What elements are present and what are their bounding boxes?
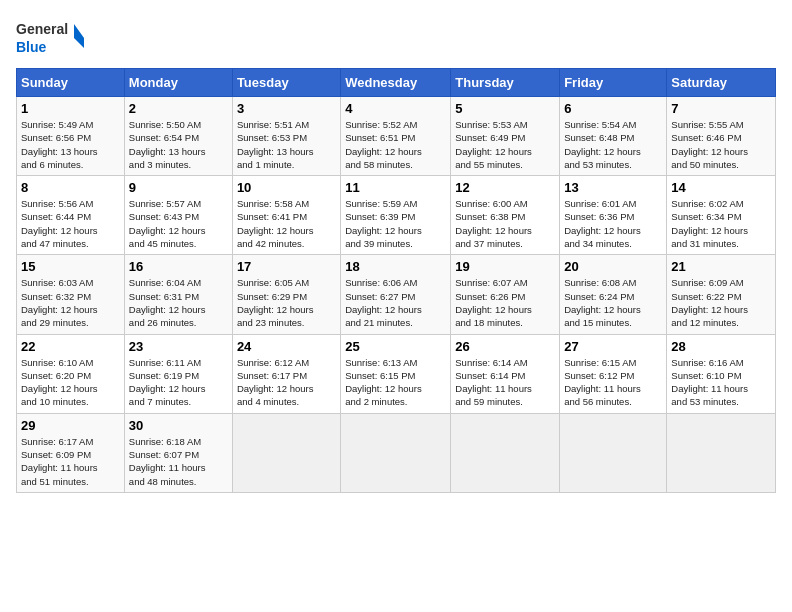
day-info: Sunrise: 6:17 AM Sunset: 6:09 PM Dayligh… [21, 435, 120, 488]
day-cell: 2Sunrise: 5:50 AM Sunset: 6:54 PM Daylig… [124, 97, 232, 176]
day-info: Sunrise: 5:49 AM Sunset: 6:56 PM Dayligh… [21, 118, 120, 171]
day-info: Sunrise: 6:13 AM Sunset: 6:15 PM Dayligh… [345, 356, 446, 409]
day-cell: 21Sunrise: 6:09 AM Sunset: 6:22 PM Dayli… [667, 255, 776, 334]
day-number: 17 [237, 259, 336, 274]
col-header-tuesday: Tuesday [232, 69, 340, 97]
day-cell: 13Sunrise: 6:01 AM Sunset: 6:36 PM Dayli… [560, 176, 667, 255]
day-number: 18 [345, 259, 446, 274]
day-cell: 8Sunrise: 5:56 AM Sunset: 6:44 PM Daylig… [17, 176, 125, 255]
day-cell: 25Sunrise: 6:13 AM Sunset: 6:15 PM Dayli… [341, 334, 451, 413]
day-info: Sunrise: 5:53 AM Sunset: 6:49 PM Dayligh… [455, 118, 555, 171]
day-number: 28 [671, 339, 771, 354]
day-cell: 9Sunrise: 5:57 AM Sunset: 6:43 PM Daylig… [124, 176, 232, 255]
day-number: 27 [564, 339, 662, 354]
day-cell: 14Sunrise: 6:02 AM Sunset: 6:34 PM Dayli… [667, 176, 776, 255]
day-cell: 6Sunrise: 5:54 AM Sunset: 6:48 PM Daylig… [560, 97, 667, 176]
logo: GeneralBlue [16, 16, 86, 58]
day-number: 12 [455, 180, 555, 195]
day-number: 16 [129, 259, 228, 274]
day-cell: 11Sunrise: 5:59 AM Sunset: 6:39 PM Dayli… [341, 176, 451, 255]
day-info: Sunrise: 6:18 AM Sunset: 6:07 PM Dayligh… [129, 435, 228, 488]
day-info: Sunrise: 6:10 AM Sunset: 6:20 PM Dayligh… [21, 356, 120, 409]
day-cell: 20Sunrise: 6:08 AM Sunset: 6:24 PM Dayli… [560, 255, 667, 334]
calendar-header-row: SundayMondayTuesdayWednesdayThursdayFrid… [17, 69, 776, 97]
day-cell: 5Sunrise: 5:53 AM Sunset: 6:49 PM Daylig… [451, 97, 560, 176]
day-cell: 17Sunrise: 6:05 AM Sunset: 6:29 PM Dayli… [232, 255, 340, 334]
day-cell [451, 413, 560, 492]
day-info: Sunrise: 6:12 AM Sunset: 6:17 PM Dayligh… [237, 356, 336, 409]
day-info: Sunrise: 6:16 AM Sunset: 6:10 PM Dayligh… [671, 356, 771, 409]
day-number: 20 [564, 259, 662, 274]
day-number: 23 [129, 339, 228, 354]
day-cell [560, 413, 667, 492]
col-header-thursday: Thursday [451, 69, 560, 97]
day-info: Sunrise: 5:55 AM Sunset: 6:46 PM Dayligh… [671, 118, 771, 171]
day-cell [667, 413, 776, 492]
day-info: Sunrise: 6:08 AM Sunset: 6:24 PM Dayligh… [564, 276, 662, 329]
day-info: Sunrise: 6:11 AM Sunset: 6:19 PM Dayligh… [129, 356, 228, 409]
day-number: 24 [237, 339, 336, 354]
day-number: 9 [129, 180, 228, 195]
day-info: Sunrise: 5:54 AM Sunset: 6:48 PM Dayligh… [564, 118, 662, 171]
day-info: Sunrise: 6:14 AM Sunset: 6:14 PM Dayligh… [455, 356, 555, 409]
day-info: Sunrise: 5:56 AM Sunset: 6:44 PM Dayligh… [21, 197, 120, 250]
day-cell: 10Sunrise: 5:58 AM Sunset: 6:41 PM Dayli… [232, 176, 340, 255]
day-number: 19 [455, 259, 555, 274]
svg-marker-2 [74, 24, 84, 38]
day-cell: 24Sunrise: 6:12 AM Sunset: 6:17 PM Dayli… [232, 334, 340, 413]
day-info: Sunrise: 6:03 AM Sunset: 6:32 PM Dayligh… [21, 276, 120, 329]
header: GeneralBlue [16, 16, 776, 58]
day-info: Sunrise: 5:59 AM Sunset: 6:39 PM Dayligh… [345, 197, 446, 250]
day-cell: 16Sunrise: 6:04 AM Sunset: 6:31 PM Dayli… [124, 255, 232, 334]
col-header-saturday: Saturday [667, 69, 776, 97]
day-info: Sunrise: 5:58 AM Sunset: 6:41 PM Dayligh… [237, 197, 336, 250]
calendar-table: SundayMondayTuesdayWednesdayThursdayFrid… [16, 68, 776, 493]
day-info: Sunrise: 5:50 AM Sunset: 6:54 PM Dayligh… [129, 118, 228, 171]
day-number: 22 [21, 339, 120, 354]
day-cell: 19Sunrise: 6:07 AM Sunset: 6:26 PM Dayli… [451, 255, 560, 334]
logo-svg: GeneralBlue [16, 16, 86, 58]
day-cell: 23Sunrise: 6:11 AM Sunset: 6:19 PM Dayli… [124, 334, 232, 413]
day-number: 4 [345, 101, 446, 116]
day-number: 15 [21, 259, 120, 274]
main-container: GeneralBlue SundayMondayTuesdayWednesday… [0, 0, 792, 501]
day-number: 11 [345, 180, 446, 195]
day-info: Sunrise: 5:57 AM Sunset: 6:43 PM Dayligh… [129, 197, 228, 250]
day-info: Sunrise: 5:51 AM Sunset: 6:53 PM Dayligh… [237, 118, 336, 171]
day-number: 26 [455, 339, 555, 354]
day-cell: 7Sunrise: 5:55 AM Sunset: 6:46 PM Daylig… [667, 97, 776, 176]
day-number: 25 [345, 339, 446, 354]
day-cell: 3Sunrise: 5:51 AM Sunset: 6:53 PM Daylig… [232, 97, 340, 176]
day-cell: 12Sunrise: 6:00 AM Sunset: 6:38 PM Dayli… [451, 176, 560, 255]
week-row-5: 29Sunrise: 6:17 AM Sunset: 6:09 PM Dayli… [17, 413, 776, 492]
svg-text:Blue: Blue [16, 39, 47, 55]
svg-marker-3 [74, 38, 84, 48]
week-row-4: 22Sunrise: 6:10 AM Sunset: 6:20 PM Dayli… [17, 334, 776, 413]
day-cell: 18Sunrise: 6:06 AM Sunset: 6:27 PM Dayli… [341, 255, 451, 334]
day-info: Sunrise: 6:09 AM Sunset: 6:22 PM Dayligh… [671, 276, 771, 329]
day-cell: 4Sunrise: 5:52 AM Sunset: 6:51 PM Daylig… [341, 97, 451, 176]
day-info: Sunrise: 6:04 AM Sunset: 6:31 PM Dayligh… [129, 276, 228, 329]
week-row-2: 8Sunrise: 5:56 AM Sunset: 6:44 PM Daylig… [17, 176, 776, 255]
col-header-sunday: Sunday [17, 69, 125, 97]
day-number: 2 [129, 101, 228, 116]
day-number: 3 [237, 101, 336, 116]
day-info: Sunrise: 6:00 AM Sunset: 6:38 PM Dayligh… [455, 197, 555, 250]
day-number: 1 [21, 101, 120, 116]
day-cell: 26Sunrise: 6:14 AM Sunset: 6:14 PM Dayli… [451, 334, 560, 413]
week-row-3: 15Sunrise: 6:03 AM Sunset: 6:32 PM Dayli… [17, 255, 776, 334]
day-number: 6 [564, 101, 662, 116]
day-number: 10 [237, 180, 336, 195]
day-cell: 27Sunrise: 6:15 AM Sunset: 6:12 PM Dayli… [560, 334, 667, 413]
day-number: 8 [21, 180, 120, 195]
week-row-1: 1Sunrise: 5:49 AM Sunset: 6:56 PM Daylig… [17, 97, 776, 176]
day-info: Sunrise: 6:07 AM Sunset: 6:26 PM Dayligh… [455, 276, 555, 329]
day-cell: 28Sunrise: 6:16 AM Sunset: 6:10 PM Dayli… [667, 334, 776, 413]
day-info: Sunrise: 5:52 AM Sunset: 6:51 PM Dayligh… [345, 118, 446, 171]
day-info: Sunrise: 6:06 AM Sunset: 6:27 PM Dayligh… [345, 276, 446, 329]
day-number: 21 [671, 259, 771, 274]
day-number: 29 [21, 418, 120, 433]
day-number: 14 [671, 180, 771, 195]
day-cell: 30Sunrise: 6:18 AM Sunset: 6:07 PM Dayli… [124, 413, 232, 492]
day-number: 7 [671, 101, 771, 116]
